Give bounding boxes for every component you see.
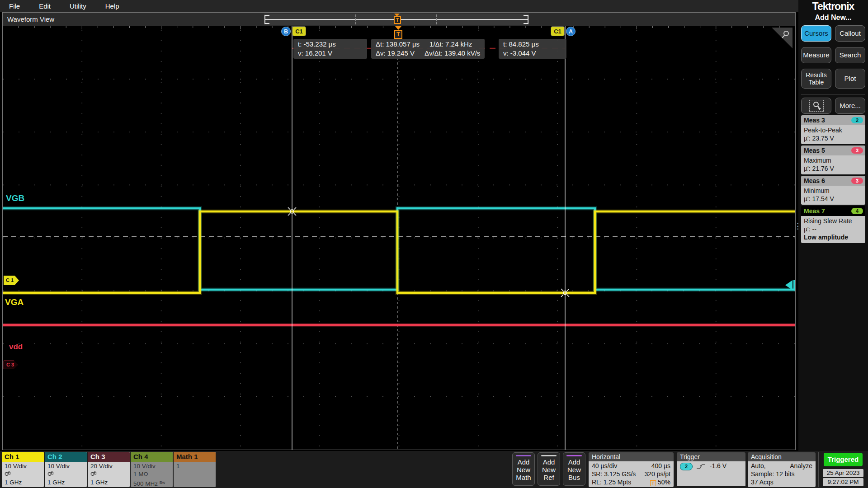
cursor-b-readout[interactable]: t: -53.232 µs v: 16.201 V — [293, 39, 367, 59]
acquisition-count: 37 Acqs — [751, 478, 812, 486]
trigger-t-icon: T — [394, 30, 402, 39]
add-measure-button[interactable]: Measure — [801, 47, 831, 63]
channel3-scale: 20 V/div — [90, 462, 130, 470]
horizontal-panel[interactable]: Horizontal 40 µs/div400 µs SR: 3.125 GS/… — [589, 452, 674, 487]
trigger-position-flag[interactable]: T — [393, 26, 402, 39]
channel4-badge[interactable]: Ch 4 10 V/div 1 MΩ 500 MHz Bw — [131, 452, 173, 487]
trigger-panel[interactable]: Trigger 2 -1.6 V — [677, 452, 745, 487]
trigger-source-badge: 2 — [680, 463, 693, 470]
add-results-table-button[interactable]: Results Table — [801, 69, 831, 89]
meas6-body: Minimum µ': 17.54 V — [801, 186, 865, 205]
zoom-select-icon — [809, 100, 824, 112]
channel2-name: Ch 2 — [45, 452, 87, 462]
overview-window-left-bracket[interactable] — [264, 15, 269, 24]
horizontal-position: 50% — [658, 479, 670, 486]
channel2-settings: 10 V/div 1 GHz — [45, 462, 87, 487]
meas3-type: Peak-to-Peak — [804, 126, 863, 134]
tektronix-logo: Tektronix — [798, 0, 868, 13]
channel4-name: Ch 4 — [131, 452, 173, 462]
cursor-a-channel-badge[interactable]: C1 — [551, 26, 565, 36]
math1-settings: 1 — [174, 462, 216, 487]
trigger-title: Trigger — [677, 452, 745, 461]
channel4-bandwidth: 500 MHz — [133, 480, 158, 487]
meas5-value: µ': 21.76 V — [804, 164, 863, 173]
probe-icon — [5, 470, 11, 477]
meas3-header: Meas 3 2 — [801, 115, 865, 125]
horizontal-title: Horizontal — [589, 452, 674, 461]
date-display: 25 Apr 2023 — [823, 469, 863, 477]
triggered-status: Triggered — [824, 453, 863, 466]
math-color-stripe — [516, 455, 531, 456]
menu-edit[interactable]: Edit — [39, 2, 51, 10]
acquisition-sample: Sample: 12 bits — [751, 470, 812, 478]
acquisition-title: Acquisition — [748, 452, 816, 461]
meas3-panel[interactable]: Meas 3 2 Peak-to-Peak µ': 23.75 V — [801, 115, 865, 144]
meas3-value: µ': 23.75 V — [804, 134, 863, 142]
add-plot-button[interactable]: Plot — [835, 69, 865, 89]
meas5-panel[interactable]: Meas 5 3 Maximum µ': 21.76 V — [801, 145, 865, 174]
meas6-source-badge: 3 — [851, 178, 863, 184]
add-search-button[interactable]: Search — [835, 47, 865, 63]
cursor-b-channel-badge[interactable]: C1 — [292, 26, 306, 36]
cursor-b-voltage: v: 16.201 V — [298, 49, 332, 58]
horizontal-settings: 40 µs/div400 µs SR: 3.125 GS/s320 ps/pt … — [589, 461, 674, 487]
cursor-b-badge[interactable]: B — [281, 27, 291, 36]
channel4-settings: 10 V/div 1 MΩ 500 MHz Bw — [131, 462, 173, 487]
cursor-a-voltage: v: -3.044 V — [503, 49, 536, 58]
expansion-point-arrow[interactable] — [785, 280, 795, 290]
acquisition-panel[interactable]: Acquisition Auto,Analyze Sample: 12 bits… — [748, 452, 816, 487]
cursor-a-readout[interactable]: t: 84.825 µs v: -3.044 V — [499, 39, 566, 59]
cursor-a-badge[interactable]: A — [566, 27, 576, 36]
horizontal-window: 400 µs — [651, 462, 670, 470]
delta-v-over-delta-t: Δv/Δt: 139.40 kV/s — [425, 49, 480, 58]
sidebar-divider — [801, 94, 865, 94]
delta-v: Δv: 19.245 V — [376, 49, 415, 58]
oscilloscope-screen: File Edit Utility Help Waveform View T — [0, 0, 868, 488]
time-display: 9:27:02 PM — [823, 478, 863, 486]
channel1-badge[interactable]: Ch 1 10 V/div 1 GHz — [2, 452, 44, 487]
math1-badge[interactable]: Math 1 1 — [174, 452, 216, 487]
overview-trigger-flag[interactable]: T — [394, 14, 401, 24]
trigger-t-icon: T — [650, 480, 656, 486]
meas6-panel[interactable]: Meas 6 3 Minimum µ': 17.54 V — [801, 176, 865, 205]
cursor-a-time: t: 84.825 µs — [503, 40, 539, 49]
menu-file[interactable]: File — [9, 2, 20, 10]
add-new-bus-button[interactable]: AddNewBus — [563, 452, 585, 486]
add-new-math-button[interactable]: AddNewMath — [512, 452, 535, 486]
meas5-body: Maximum µ': 21.76 V — [801, 155, 865, 174]
more-button[interactable]: More... — [835, 98, 865, 114]
acquisition-mode: Auto, — [751, 462, 766, 470]
meas7-value: µ': -- — [804, 225, 863, 233]
add-cursors-button[interactable]: Cursors — [801, 25, 831, 42]
channel4-impedance: 1 MΩ — [133, 470, 173, 479]
trace-label-vdd: vdd — [9, 343, 23, 352]
menu-help[interactable]: Help — [105, 2, 119, 10]
overview-window-right-bracket[interactable] — [524, 15, 528, 24]
meas6-value: µ': 17.54 V — [804, 195, 863, 203]
overview-cursor-b-tick — [355, 14, 356, 24]
horizontal-overview-bar[interactable]: T — [264, 14, 529, 25]
add-new-ref-button[interactable]: AddNewRef — [538, 452, 560, 486]
channel1-name: Ch 1 — [2, 452, 44, 462]
channel1-scale: 10 V/div — [5, 462, 44, 470]
menu-utility[interactable]: Utility — [70, 2, 86, 10]
meas3-body: Peak-to-Peak µ': 23.75 V — [801, 125, 865, 144]
menu-bar: File Edit Utility Help — [0, 0, 868, 12]
left-arrow-icon — [785, 280, 793, 290]
cursor-delta-readout[interactable]: Δt: 138.057 µs 1/Δt: 7.24 kHz Δv: 19.245… — [371, 39, 485, 59]
trigger-settings: 2 -1.6 V — [677, 461, 745, 486]
channel1-bandwidth: 1 GHz — [5, 479, 44, 487]
math1-expression: 1 — [176, 462, 216, 470]
trigger-arrow-icon — [395, 26, 401, 30]
bus-color-stripe — [566, 455, 582, 456]
zoom-select-button[interactable] — [801, 98, 831, 114]
channel2-scale: 10 V/div — [47, 462, 87, 470]
meas7-body: Rising Slew Rate µ': -- Low amplitude — [801, 216, 865, 243]
meas7-panel[interactable]: Meas 7 4 Rising Slew Rate µ': -- Low amp… — [801, 206, 865, 243]
channel3-bandwidth: 1 GHz — [90, 479, 130, 487]
add-callout-button[interactable]: Callout — [835, 25, 865, 42]
channel3-badge[interactable]: Ch 3 20 V/div 1 GHz — [88, 452, 130, 487]
waveform-window: Waveform View T T B C1 — [2, 12, 796, 450]
waveform-plot — [3, 26, 795, 450]
channel2-badge[interactable]: Ch 2 10 V/div 1 GHz — [45, 452, 87, 487]
